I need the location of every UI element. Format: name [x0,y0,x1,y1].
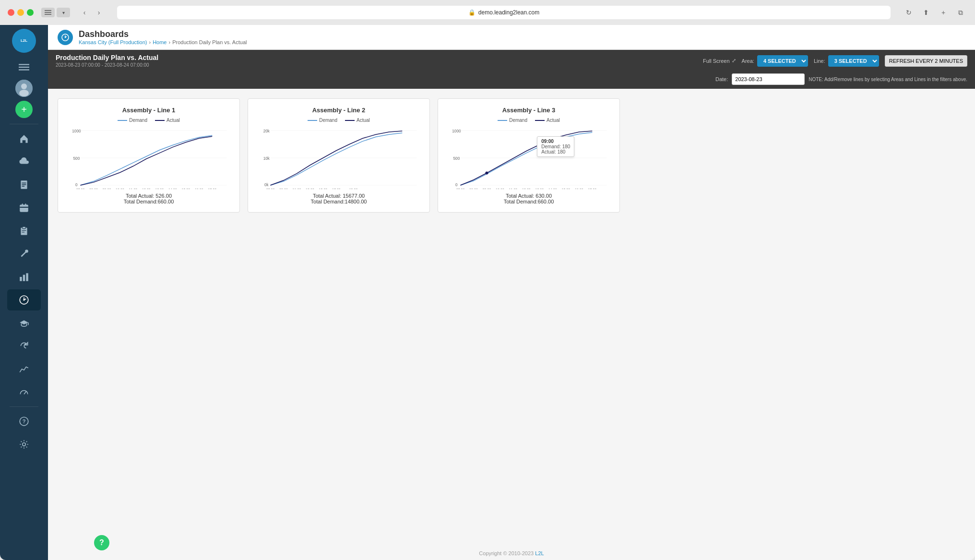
dashboard-controls: Full Screen ⤢ Area: 4 SELECTED Line: 3 S… [703,55,967,67]
breadcrumb-home[interactable]: Home [153,39,166,45]
actual-line-indicator-2 [345,120,355,121]
dashboard-header: Production Daily Plan vs. Actual 2023-08… [48,50,975,71]
sidebar-toggle[interactable]: ▾ [41,8,70,17]
svg-text:08:00: 08:00 [89,188,98,189]
svg-text:20k: 20k [263,129,270,133]
page-title: Dashboards [79,29,247,39]
refresh-button[interactable]: REFRESH EVERY 2 MINUTES [885,55,967,67]
back-button[interactable]: ‹ [78,8,91,17]
svg-text:08:00: 08:00 [469,188,478,189]
bar-chart-icon [19,272,29,282]
forward-button[interactable]: › [92,8,106,17]
titlebar: ▾ ‹ › 🔒 demo.leading2lean.com ↻ ⬆ + ⧉ [0,0,975,25]
date-input[interactable] [732,73,805,85]
breadcrumb-sep-1: › [149,39,151,45]
sidebar-item-maintenance[interactable] [7,243,41,264]
chart-2-total-demand: Total Demand:14800.00 [256,199,422,204]
add-button[interactable]: + [15,101,33,118]
help-fab-icon: ? [99,538,104,547]
svg-rect-17 [22,203,23,205]
help-fab-button[interactable]: ? [94,535,109,550]
share-button[interactable]: ⬆ [919,8,933,17]
sidebar: L2L + [0,25,48,560]
svg-rect-1 [45,12,51,13]
sidebar-item-reports[interactable] [7,266,41,287]
close-window-button[interactable] [8,9,14,16]
svg-rect-21 [22,230,26,231]
sidebar-item-clipboard[interactable] [7,220,41,241]
svg-rect-6 [19,67,29,68]
line-label: Line: [814,58,825,64]
chart-3-footer: Total Actual: 630.00 Total Demand:660.00 [446,193,612,204]
actual-line-indicator-3 [535,120,545,121]
chart-2-footer: Total Actual: 15677.00 Total Demand:1480… [256,193,422,204]
gauge-icon [19,387,29,397]
tooltip-demand: Demand: 180 [541,144,570,149]
svg-text:09:00: 09:00 [279,188,288,189]
sidebar-item-menu[interactable] [7,57,41,78]
svg-text:14:00: 14:00 [168,188,177,189]
svg-rect-15 [20,204,28,212]
tabs-button[interactable]: ⧉ [954,8,967,17]
app-logo[interactable]: L2L [12,29,36,53]
address-bar[interactable]: 🔒 demo.leading2lean.com [117,6,891,19]
svg-rect-2 [45,14,51,15]
svg-text:500: 500 [73,156,80,161]
new-tab-button[interactable]: + [937,8,950,17]
footer-brand-link[interactable]: L2L [535,550,544,556]
sidebar-item-dashboard[interactable] [7,289,41,310]
svg-point-27 [23,299,24,300]
svg-text:16:00: 16:00 [195,188,203,189]
breadcrumb: Kansas City (Full Production) › Home › P… [79,39,247,45]
minimize-window-button[interactable] [17,9,24,16]
document-icon [19,179,29,190]
sidebar-item-home[interactable] [7,128,41,149]
svg-rect-13 [22,184,26,185]
sidebar-item-analytics[interactable] [7,358,41,380]
sidebar-item-doc[interactable] [7,174,41,195]
svg-point-10 [19,90,29,96]
chart-3-total-actual: Total Actual: 630.00 [446,193,612,199]
svg-rect-5 [19,64,29,65]
tooltip-actual: Actual: 180 [541,149,570,155]
chart-1-total-demand: Total Demand:660.00 [66,199,232,204]
sidebar-item-calendar[interactable] [7,197,41,218]
svg-text:07:00: 07:00 [456,188,465,189]
svg-text:13:00: 13:00 [535,188,544,189]
note-text: NOTE: Add/Remove lines by selecting Area… [809,77,967,82]
area-select[interactable]: 4 SELECTED [757,55,808,67]
svg-text:1000: 1000 [72,129,81,133]
svg-text:14:00: 14:00 [548,188,557,189]
sidebar-item-training[interactable] [7,312,41,334]
svg-text:12:00: 12:00 [142,188,151,189]
chart-1-svg: 1000 500 0 [66,127,232,189]
chart-3-title: Assembly - Line 3 [446,107,612,114]
svg-text:11:00: 11:00 [129,188,138,189]
sidebar-item-sync[interactable] [7,335,41,357]
sidebar-item-help[interactable]: ? [7,411,41,432]
reload-button[interactable]: ↻ [902,8,916,17]
chart-1-total-actual: Total Actual: 526.00 [66,193,232,199]
hamburger-icon [19,62,29,72]
browser-actions: ↻ ⬆ + ⧉ [902,8,967,17]
line-chart-icon [19,364,29,374]
fullscreen-button[interactable]: Full Screen ⤢ [703,58,736,64]
svg-text:13:00: 13:00 [155,188,164,189]
svg-text:L2L: L2L [21,38,27,43]
breadcrumb-location[interactable]: Kansas City (Full Production) [79,39,147,45]
line-select[interactable]: 3 SELECTED [828,55,879,67]
dashboard-subtitle: 2023-08-23 07:00:00 - 2023-08-24 07:00:0… [56,62,158,68]
svg-text:0: 0 [75,183,78,187]
sidebar-item-settings[interactable] [7,434,41,455]
user-avatar[interactable] [15,80,33,97]
fullscreen-window-button[interactable] [27,9,34,16]
chart-3-total-demand: Total Demand:660.00 [446,199,612,204]
svg-text:17:00: 17:00 [588,188,596,189]
footer-copyright: Copyright © 2010-2023 [479,550,534,556]
sidebar-item-cloud[interactable] [7,151,41,172]
sidebar-item-metrics[interactable] [7,381,41,403]
svg-rect-0 [45,10,51,11]
chart-2-svg: 20k 10k 0k [256,127,422,189]
logo-icon: L2L [18,34,30,48]
svg-text:15:00: 15:00 [319,188,328,189]
